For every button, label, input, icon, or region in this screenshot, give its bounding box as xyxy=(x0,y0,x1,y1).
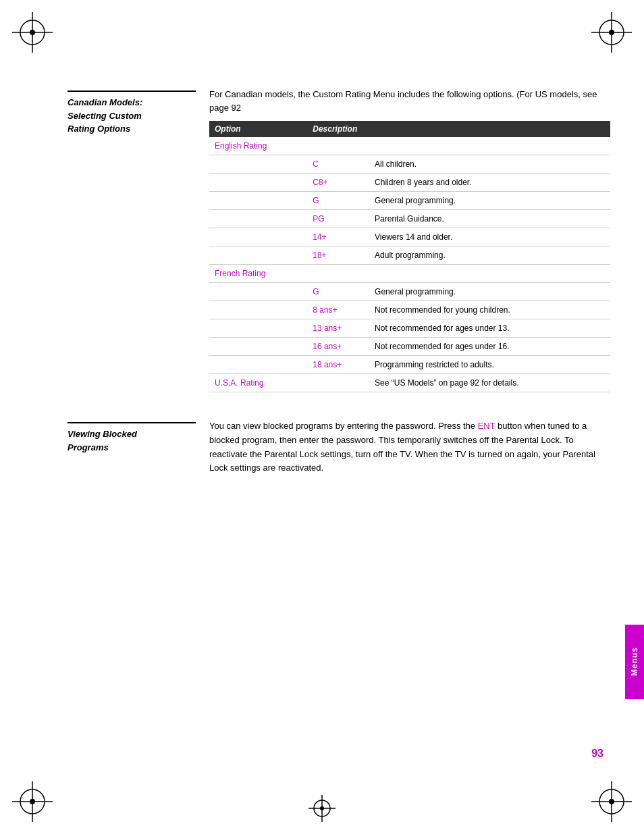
svg-point-7 xyxy=(609,30,614,35)
section1-body: For Canadian models, the Custom Rating M… xyxy=(209,88,610,392)
body-part1: You can view blocked programs by enterin… xyxy=(209,421,478,431)
table-cell-code: 18+ xyxy=(307,246,369,265)
table-cell-option-empty xyxy=(209,192,307,210)
table-cell-description: All children. xyxy=(369,155,610,174)
table-cell-description: Not recommended for young children. xyxy=(369,301,610,319)
table-cell-description: General programming. xyxy=(369,283,610,301)
table-cell-code: C xyxy=(307,155,369,174)
body-ent: ENT xyxy=(478,421,495,431)
table-cell-description: General programming. xyxy=(369,192,610,210)
table-cell-option: French Rating xyxy=(209,265,307,283)
svg-point-19 xyxy=(320,806,324,810)
table-cell-description xyxy=(369,137,610,155)
table-row: English Rating xyxy=(209,137,610,155)
section1-intro: For Canadian models, the Custom Rating M… xyxy=(209,88,610,114)
section2-title-col: Viewing Blocked Programs xyxy=(68,419,209,475)
svg-point-3 xyxy=(30,30,35,35)
table-cell-description: Adult programming. xyxy=(369,246,610,265)
table-cell-code: G xyxy=(307,283,369,301)
table-cell-code: C8+ xyxy=(307,174,369,192)
col-description-header: Description xyxy=(307,121,610,137)
table-cell-option-empty xyxy=(209,301,307,319)
table-cell-code xyxy=(307,265,369,283)
table-cell-code: 18 ans+ xyxy=(307,356,369,374)
section2-title-line1: Viewing Blocked xyxy=(68,429,137,439)
table-cell-description: Not recommended for ages under 16. xyxy=(369,338,610,356)
page-content: Canadian Models: Selecting Custom Rating… xyxy=(68,88,610,766)
corner-mark-bl xyxy=(12,781,53,822)
section-canadian-models: Canadian Models: Selecting Custom Rating… xyxy=(68,88,610,392)
table-cell-option: U.S.A. Rating xyxy=(209,374,307,392)
table-row: U.S.A. RatingSee “US Models” on page 92 … xyxy=(209,374,610,392)
table-cell-option-empty xyxy=(209,210,307,228)
table-cell-description: Parental Guidance. xyxy=(369,210,610,228)
table-row: C8+Children 8 years and older. xyxy=(209,174,610,192)
section2-title-line2: Programs xyxy=(68,442,109,452)
corner-mark-tr xyxy=(591,12,632,53)
table-cell-option-empty xyxy=(209,319,307,338)
table-cell-option-empty xyxy=(209,246,307,265)
rating-table: Option Description English RatingCAll ch… xyxy=(209,121,610,392)
svg-point-11 xyxy=(30,799,35,804)
table-cell-code: 14+ xyxy=(307,228,369,246)
section1-title-line1: Canadian Models: xyxy=(68,97,142,107)
section-viewing-blocked: Viewing Blocked Programs You can view bl… xyxy=(68,419,610,475)
table-row: 18+Adult programming. xyxy=(209,246,610,265)
table-row: CAll children. xyxy=(209,155,610,174)
section2-body-text: You can view blocked programs by enterin… xyxy=(209,419,610,475)
table-row: GGeneral programming. xyxy=(209,283,610,301)
table-cell-code: G xyxy=(307,192,369,210)
table-row: French Rating xyxy=(209,265,610,283)
table-cell-option: English Rating xyxy=(209,137,307,155)
table-cell-code: 8 ans+ xyxy=(307,301,369,319)
section1-title-line2: Selecting Custom xyxy=(68,111,142,121)
section2-body: You can view blocked programs by enterin… xyxy=(209,419,610,475)
table-row: 13 ans+Not recommended for ages under 13… xyxy=(209,319,610,338)
section2-title: Viewing Blocked Programs xyxy=(68,422,196,454)
table-cell-code: 13 ans+ xyxy=(307,319,369,338)
col-option-header: Option xyxy=(209,121,307,137)
table-row: 18 ans+Programming restricted to adults. xyxy=(209,356,610,374)
table-cell-option-empty xyxy=(209,356,307,374)
table-row: 14+Viewers 14 and older. xyxy=(209,228,610,246)
table-cell-code xyxy=(307,137,369,155)
table-cell-option-empty xyxy=(209,228,307,246)
svg-point-15 xyxy=(609,799,614,804)
table-cell-description xyxy=(369,265,610,283)
table-cell-description: See “US Models” on page 92 for details. xyxy=(369,374,610,392)
table-cell-description: Children 8 years and older. xyxy=(369,174,610,192)
table-cell-code xyxy=(307,374,369,392)
table-cell-option-empty xyxy=(209,338,307,356)
section1-title-line3: Rating Options xyxy=(68,124,130,134)
section1-title-col: Canadian Models: Selecting Custom Rating… xyxy=(68,88,209,392)
corner-mark-tl xyxy=(12,12,53,53)
section1-title: Canadian Models: Selecting Custom Rating… xyxy=(68,90,196,136)
table-cell-option-empty xyxy=(209,155,307,174)
center-bottom-mark xyxy=(308,795,336,822)
table-cell-code: PG xyxy=(307,210,369,228)
table-row: 16 ans+Not recommended for ages under 16… xyxy=(209,338,610,356)
menus-tab: Menus xyxy=(625,625,644,699)
table-cell-option-empty xyxy=(209,283,307,301)
table-cell-code: 16 ans+ xyxy=(307,338,369,356)
table-cell-description: Not recommended for ages under 13. xyxy=(369,319,610,338)
table-cell-description: Viewers 14 and older. xyxy=(369,228,610,246)
table-cell-option-empty xyxy=(209,174,307,192)
table-row: PGParental Guidance. xyxy=(209,210,610,228)
corner-mark-br xyxy=(591,781,632,822)
menus-tab-label: Menus xyxy=(630,647,639,676)
table-row: GGeneral programming. xyxy=(209,192,610,210)
table-cell-description: Programming restricted to adults. xyxy=(369,356,610,374)
table-row: 8 ans+Not recommended for young children… xyxy=(209,301,610,319)
